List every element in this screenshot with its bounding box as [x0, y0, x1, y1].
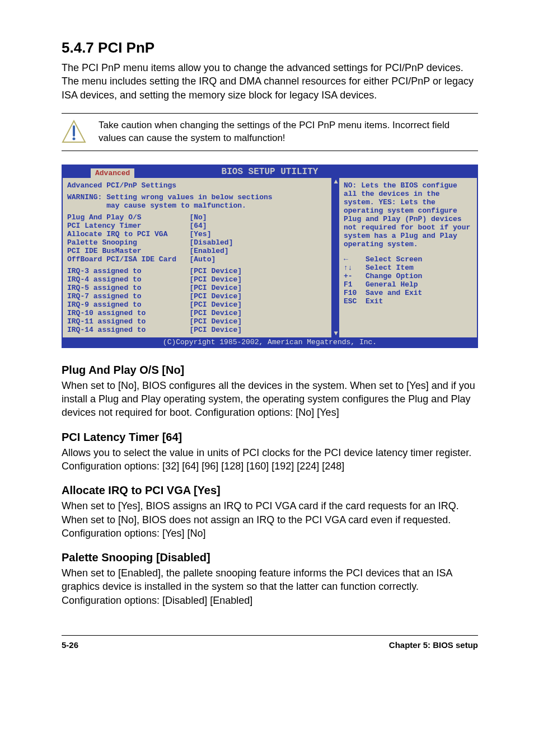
bios-irq-row: IRQ-5 assigned to [PCI Device] — [67, 284, 327, 292]
bios-irq-row: IRQ-11 assigned to [PCI Device] — [67, 317, 327, 326]
bios-legend-line: F10 Save and Exit — [344, 289, 472, 297]
bios-legend-line: ← Select Screen — [344, 255, 472, 264]
plug-and-play-heading: Plug And Play O/S [No] — [62, 364, 478, 377]
bios-header-title: BIOS SETUP UTILITY — [222, 167, 318, 177]
palette-snooping-body: When set to [Enabled], the pallete snoop… — [62, 566, 478, 607]
bios-irq-row: IRQ-14 assigned to [PCI Device] — [67, 326, 327, 334]
page-number: 5-26 — [62, 640, 78, 650]
section-heading: 5.4.7 PCI PnP — [62, 39, 478, 57]
bios-setting-row: PCI Latency Timer [64] — [67, 222, 327, 230]
bios-irq-row: IRQ-7 assigned to [PCI Device] — [67, 292, 327, 300]
caution-text: Take caution when changing the settings … — [99, 119, 478, 145]
bios-irq-row: IRQ-10 assigned to [PCI Device] — [67, 309, 327, 317]
bios-scrollbar: ▲ ▼ — [332, 178, 339, 337]
allocate-irq-heading: Allocate IRQ to PCI VGA [Yes] — [62, 484, 478, 497]
bios-legend-line: +- Change Option — [344, 272, 472, 280]
caution-note: Take caution when changing the settings … — [62, 113, 478, 151]
bios-header: BIOS SETUP UTILITY Advanced — [63, 166, 477, 178]
bios-setting-row: OffBoard PCI/ISA IDE Card [Auto] — [67, 255, 327, 264]
bios-legend-line: ESC Exit — [344, 297, 472, 306]
bios-tab-advanced: Advanced — [91, 168, 134, 178]
pci-latency-body: Allows you to select the value in units … — [62, 446, 478, 473]
bios-warning-line1: WARNING: Setting wrong values in below s… — [67, 193, 327, 201]
bios-irq-row: IRQ-3 assigned to [PCI Device] — [67, 267, 327, 275]
bios-setting-row: PCI IDE BusMaster [Enabled] — [67, 247, 327, 255]
bios-warning-line2: may cause system to malfunction. — [67, 201, 327, 210]
bios-legend-line: ↑↓ Select Item — [344, 264, 472, 272]
plug-and-play-body: When set to [No], BIOS configures all th… — [62, 379, 478, 420]
bios-setting-row: Plug And Play O/S [No] — [67, 213, 327, 222]
bios-setting-row: Palette Snooping [Disabled] — [67, 238, 327, 247]
bios-setting-row: Allocate IRQ to PCI VGA [Yes] — [67, 230, 327, 238]
bios-help-text: NO: Lets the BIOS configue all the devic… — [344, 181, 472, 248]
pci-latency-heading: PCI Latency Timer [64] — [62, 431, 478, 444]
intro-paragraph: The PCI PnP menu items allow you to chan… — [62, 61, 478, 102]
bios-panel-title: Advanced PCI/PnP Settings — [67, 181, 327, 190]
allocate-irq-body: When set to [Yes], BIOS assigns an IRQ t… — [62, 499, 478, 540]
bios-screenshot: BIOS SETUP UTILITY Advanced Advanced PCI… — [62, 165, 478, 348]
scroll-down-icon: ▼ — [332, 330, 339, 337]
bios-irq-row: IRQ-4 assigned to [PCI Device] — [67, 275, 327, 284]
palette-snooping-heading: Palette Snooping [Disabled] — [62, 551, 478, 564]
scroll-up-icon: ▲ — [332, 178, 339, 186]
page-footer: 5-26 Chapter 5: BIOS setup — [62, 635, 478, 650]
bios-irq-row: IRQ-9 assigned to [PCI Device] — [67, 300, 327, 309]
svg-point-2 — [73, 137, 76, 140]
bios-legend-line: F1 General Help — [344, 280, 472, 289]
chapter-label: Chapter 5: BIOS setup — [389, 640, 478, 650]
bios-copyright: (C)Copyright 1985-2002, American Megatre… — [63, 337, 477, 347]
caution-icon — [62, 120, 86, 144]
